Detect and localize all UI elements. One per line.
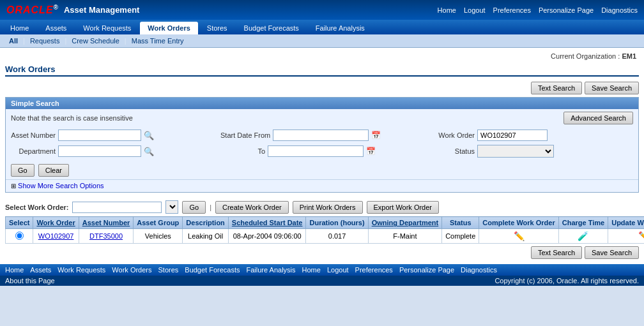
top-nav-logout[interactable]: Logout — [464, 6, 486, 14]
col-description: Description — [183, 217, 229, 229]
footer-work-requests[interactable]: Work Requests — [57, 266, 105, 274]
wo-select-label: Select Work Order: — [5, 204, 68, 211]
search-note-text: Note that the search is case insensitive — [11, 114, 133, 122]
wo-select-dropdown[interactable]: ▼ — [165, 200, 178, 214]
top-nav-personalize[interactable]: Personalize Page — [539, 6, 594, 14]
to-label: To — [220, 147, 265, 155]
footer-preferences[interactable]: Preferences — [355, 266, 393, 274]
save-search-button-bottom[interactable]: Save Search — [585, 246, 639, 259]
subnav-all[interactable]: All — [4, 36, 23, 45]
top-nav-diagnostics[interactable]: Diagnostics — [601, 6, 638, 14]
row-update-wo-cell[interactable]: ✏️ — [608, 229, 644, 244]
bottom-button-row: Text Search Save Search — [5, 244, 639, 262]
about-page-link[interactable]: About this Page — [5, 277, 55, 285]
tab-budget-forecasts[interactable]: Budget Forecasts — [236, 22, 307, 34]
col-asset-number: Asset Number — [79, 217, 134, 229]
clear-button[interactable]: Clear — [38, 164, 69, 177]
footer-assets[interactable]: Assets — [30, 266, 51, 274]
footer-personalize[interactable]: Personalize Page — [399, 266, 454, 274]
top-nav-home[interactable]: Home — [438, 6, 456, 14]
row-asset-link[interactable]: DTF35000 — [89, 232, 123, 240]
subnav-requests[interactable]: Requests — [25, 36, 65, 45]
simple-search-box: Simple Search Note that the search is ca… — [5, 97, 639, 193]
top-button-row: Text Search Save Search — [5, 79, 639, 97]
save-search-button-top[interactable]: Save Search — [585, 82, 639, 94]
to-date-input[interactable] — [268, 145, 364, 157]
status-select[interactable]: Complete Open Closed — [477, 145, 554, 158]
tab-home[interactable]: Home — [3, 22, 36, 34]
row-description: Leaking Oil — [183, 229, 229, 244]
tab-failure-analysis[interactable]: Failure Analysis — [308, 22, 372, 34]
main-tabs: Home Assets Work Requests Work Orders St… — [0, 20, 644, 34]
to-date-field-group: To 📅 — [220, 145, 424, 157]
tab-work-requests[interactable]: Work Requests — [75, 22, 139, 34]
update-wo-icon[interactable]: ✏️ — [638, 231, 644, 241]
advanced-search-button[interactable]: Advanced Search — [564, 112, 633, 124]
asset-number-field-group: Asset Number 🔍 — [11, 130, 214, 141]
row-scheduled-start-date: 08-Apr-2004 09:06:00 — [228, 229, 306, 244]
text-search-button-bottom[interactable]: Text Search — [531, 246, 582, 259]
row-charge-time-cell[interactable]: 🧪 — [558, 229, 608, 244]
col-work-order-link[interactable]: Work Order — [36, 219, 75, 226]
col-duration: Duration (hours) — [306, 217, 368, 229]
wo-go-button[interactable]: Go — [182, 201, 206, 214]
row-complete-wo-cell[interactable]: ✏️ — [479, 229, 559, 244]
footer-stores[interactable]: Stores — [158, 266, 179, 274]
org-value: EM1 — [622, 52, 636, 60]
to-date-calendar-icon[interactable]: 📅 — [366, 147, 376, 156]
start-date-from-input[interactable] — [273, 130, 369, 141]
department-input[interactable] — [58, 145, 141, 157]
charge-time-icon[interactable]: 🧪 — [578, 231, 588, 241]
footer-logout[interactable]: Logout — [327, 266, 349, 274]
footer-home[interactable]: Home — [5, 266, 24, 274]
tab-work-orders[interactable]: Work Orders — [140, 22, 197, 34]
footer-diagnostics[interactable]: Diagnostics — [461, 266, 497, 274]
search-note-row: Note that the search is case insensitive… — [6, 109, 638, 126]
show-more-row: ⊞ Show More Search Options — [6, 179, 638, 192]
department-field-group: Department 🔍 — [11, 145, 214, 157]
go-button[interactable]: Go — [11, 164, 34, 177]
text-search-button-top[interactable]: Text Search — [531, 82, 582, 94]
tab-assets[interactable]: Assets — [38, 22, 74, 34]
complete-wo-icon[interactable]: ✏️ — [514, 231, 525, 241]
start-date-calendar-icon[interactable]: 📅 — [371, 131, 381, 140]
footer-work-orders[interactable]: Work Orders — [112, 266, 151, 274]
wo-select-bar: Select Work Order: ▼ Go | Create Work Or… — [5, 196, 639, 216]
col-ssd-link[interactable]: Scheduled Start Date — [232, 219, 303, 226]
status-label: Status — [430, 147, 475, 155]
col-owning-dept-link[interactable]: Owning Department — [372, 219, 439, 226]
work-order-label: Work Order — [430, 131, 475, 139]
row-wo-link[interactable]: WO102907 — [38, 232, 74, 240]
print-work-orders-button[interactable]: Print Work Orders — [293, 201, 363, 214]
footer-budget-forecasts[interactable]: Budget Forecasts — [185, 266, 240, 274]
about-bar: About this Page Copyright (c) 2006, Orac… — [0, 276, 644, 286]
row-select-cell[interactable] — [6, 229, 33, 244]
wo-select-input[interactable] — [72, 202, 162, 213]
work-order-input[interactable] — [477, 130, 548, 141]
top-header: ORACLE® Asset Management Home Logout Pre… — [0, 0, 644, 20]
asset-number-input[interactable] — [58, 130, 141, 141]
footer-failure-analysis[interactable]: Failure Analysis — [247, 266, 296, 274]
subnav-crew-schedule[interactable]: Crew Schedule — [66, 36, 125, 45]
asset-number-search-icon[interactable]: 🔍 — [144, 131, 154, 140]
row-status: Complete — [442, 229, 479, 244]
show-more-link[interactable]: Show More Search Options — [18, 182, 104, 189]
top-nav: Home Logout Preferences Personalize Page… — [438, 6, 638, 14]
subnav-mass-time-entry[interactable]: Mass Time Entry — [126, 36, 189, 45]
department-search-icon[interactable]: 🔍 — [144, 147, 154, 156]
row-asset-group: Vehicles — [134, 229, 183, 244]
col-status: Status — [442, 217, 479, 229]
export-work-order-button[interactable]: Export Work Order — [367, 201, 440, 214]
row-radio[interactable] — [15, 232, 24, 240]
create-work-order-button[interactable]: Create Work Order — [215, 201, 289, 214]
show-more-expand-icon: ⊞ — [11, 182, 16, 189]
top-nav-preferences[interactable]: Preferences — [493, 6, 531, 14]
start-date-from-field-group: Start Date From 📅 — [220, 130, 424, 141]
org-label: Current Organization : — [551, 52, 620, 60]
row-duration: 0.017 — [306, 229, 368, 244]
footer-home2[interactable]: Home — [302, 266, 321, 274]
tab-stores[interactable]: Stores — [199, 22, 235, 34]
col-asset-number-link[interactable]: Asset Number — [82, 219, 130, 226]
start-date-from-label: Start Date From — [220, 131, 270, 139]
row-owning-dept: F-Maint — [368, 229, 442, 244]
